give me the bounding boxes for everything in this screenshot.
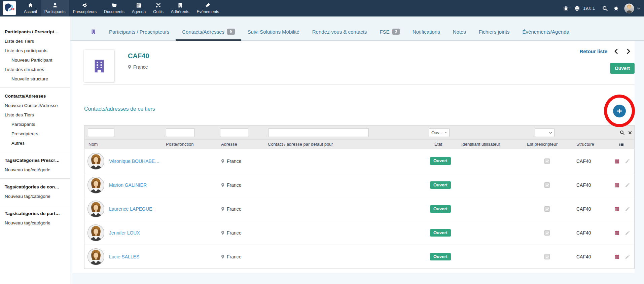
edit-pencil-icon[interactable]: [625, 230, 630, 236]
tab[interactable]: Rendez-vous & contacts: [306, 23, 373, 40]
column-header-structure[interactable]: Structure: [569, 142, 609, 147]
calendar-action-icon[interactable]: [614, 206, 620, 212]
record-tabbar: Participants / Prescripteurs Contacts/Ad…: [70, 16, 644, 41]
contact-name-link[interactable]: Véronique BOUHABE…: [109, 158, 159, 164]
filter-adresse-input[interactable]: [220, 128, 248, 137]
column-header-adresse[interactable]: Adresse: [219, 142, 268, 147]
search-icon[interactable]: [602, 5, 608, 11]
table-row[interactable]: Laurence LAPEGUE France Ouvert: [84, 197, 634, 221]
menu-item[interactable]: Accueil: [20, 0, 41, 16]
column-header-nom[interactable]: Nom: [84, 142, 165, 147]
debug-bug-icon[interactable]: [563, 5, 569, 11]
est-prescripteur-checkbox[interactable]: [544, 254, 550, 259]
calendar-action-icon[interactable]: [614, 230, 620, 236]
contact-name-link[interactable]: Lucie SALLES: [109, 254, 139, 259]
tab[interactable]: FSE 3: [373, 23, 406, 40]
list-icon: [619, 142, 624, 147]
filter-search-icon[interactable]: [619, 130, 625, 135]
column-header-options[interactable]: [609, 141, 635, 147]
calendar-action-icon[interactable]: [614, 254, 620, 259]
favorites-star-icon[interactable]: [613, 5, 619, 11]
address-text: France: [227, 254, 242, 259]
tab[interactable]: [84, 23, 103, 40]
caret-down-icon: [444, 131, 448, 134]
tab[interactable]: Notes: [446, 23, 472, 40]
menu-item[interactable]: Evènements: [193, 0, 223, 16]
menu-item-icon: [28, 2, 33, 8]
edit-pencil-icon[interactable]: [625, 158, 630, 164]
table-header-row: Nom Poste/fonction Adresse Contact / adr…: [84, 140, 634, 149]
chevron-right-icon[interactable]: [625, 48, 632, 55]
sidebar-entry[interactable]: Liste des participants: [0, 46, 70, 56]
table-row[interactable]: Lucie SALLES France Ouvert: [84, 245, 634, 269]
filter-poste-input[interactable]: [166, 128, 194, 137]
filter-clear-x-icon[interactable]: [628, 131, 632, 135]
status-ouvert-button[interactable]: Ouvert: [610, 63, 635, 74]
table-row[interactable]: Véronique BOUHABE… France Ouvert: [84, 149, 634, 173]
filter-contact-defaut-input[interactable]: [268, 128, 369, 137]
actions-cell: [609, 230, 635, 236]
sidebar-entry[interactable]: Nouveau Contact/Adresse: [0, 101, 70, 110]
edit-pencil-icon[interactable]: [625, 254, 630, 259]
sidebar-entry[interactable]: Nouveau tag/catégorie: [0, 218, 70, 228]
sidebar-entry[interactable]: Participants: [0, 120, 70, 129]
sidebar-entry[interactable]: Liste des Tiers: [0, 37, 70, 46]
menu-item[interactable]: Documents: [100, 0, 128, 16]
calendar-action-icon[interactable]: [614, 182, 620, 188]
sidebar-entry[interactable]: Liste des Tiers: [0, 110, 70, 120]
tab[interactable]: Suivi Solutions Mobilité: [241, 23, 306, 40]
menu-item[interactable]: Agenda: [128, 0, 149, 16]
sidebar-entry[interactable]: Prescripteurs: [0, 129, 70, 139]
chevron-left-icon[interactable]: [613, 48, 619, 55]
record-title: CAF40: [128, 52, 149, 60]
user-avatar[interactable]: [624, 3, 634, 13]
sidebar-entry[interactable]: Autres: [0, 139, 70, 148]
tab[interactable]: Fichiers joints: [472, 23, 516, 40]
filter-prescripteur-select[interactable]: [535, 128, 554, 137]
tab-label: Fichiers joints: [479, 29, 510, 35]
menu-item-label: Participants: [44, 9, 66, 14]
back-to-list-link[interactable]: Retour liste: [579, 48, 607, 54]
est-prescripteur-checkbox[interactable]: [544, 158, 550, 164]
sidebar-entry[interactable]: Nouveau tag/catégorie: [0, 165, 70, 175]
filter-etat-select[interactable]: Ouv…: [429, 128, 450, 137]
user-menu-chevron-down-icon[interactable]: [637, 6, 641, 10]
est-prescripteur-checkbox[interactable]: [544, 230, 550, 236]
add-contact-button[interactable]: [613, 105, 626, 117]
sidebar-entry[interactable]: Nouveau Participant: [0, 56, 70, 65]
est-prescripteur-checkbox[interactable]: [544, 182, 550, 188]
filter-nom-input[interactable]: [88, 128, 114, 137]
menu-item[interactable]: Participants: [41, 0, 69, 16]
tab[interactable]: Participants / Prescripteurs: [103, 23, 176, 40]
sidebar-entry: Contacts/Adresses: [0, 92, 70, 101]
sidebar-entry[interactable]: Liste des structures: [0, 65, 70, 74]
sidebar-entry[interactable]: Nouveau tag/catégorie: [0, 192, 70, 201]
edit-pencil-icon[interactable]: [625, 182, 630, 188]
location-pin-icon: [220, 207, 225, 211]
column-header-identifiant[interactable]: Identifiant utilisateur: [458, 142, 525, 147]
app-logo[interactable]: [3, 1, 16, 15]
table-row[interactable]: Jennifer LOUX France Ouvert: [84, 221, 634, 245]
menu-item[interactable]: Outils: [149, 0, 167, 16]
contact-name-link[interactable]: Jennifer LOUX: [109, 230, 140, 236]
calendar-action-icon[interactable]: [614, 158, 620, 164]
menu-item[interactable]: Prescripteurs: [69, 0, 100, 16]
est-prescripteur-checkbox[interactable]: [544, 206, 550, 212]
sidebar-entry[interactable]: Nouvelle structure: [0, 74, 70, 84]
actions-cell: [609, 206, 635, 212]
column-header-contact-defaut[interactable]: Contact / adresse par défaut pour: [268, 142, 428, 147]
column-header-poste[interactable]: Poste/fonction: [165, 142, 219, 147]
menu-item[interactable]: Adhérents: [167, 0, 193, 16]
contact-name-link[interactable]: Marion GALINIER: [109, 182, 147, 188]
contact-name-link[interactable]: Laurence LAPEGUE: [109, 206, 152, 212]
edit-pencil-icon[interactable]: [625, 206, 630, 212]
tab[interactable]: Événements/Agenda: [516, 23, 576, 40]
actions-cell: [609, 182, 635, 188]
tab[interactable]: Notifications: [406, 23, 446, 40]
print-icon[interactable]: [574, 5, 580, 11]
column-header-etat[interactable]: État: [428, 142, 458, 147]
column-header-est-prescripteur[interactable]: Est prescripteur: [525, 142, 569, 147]
tab[interactable]: Contacts/Adresses 5: [176, 23, 241, 40]
status-badge: Ouvert: [430, 229, 451, 237]
table-row[interactable]: Marion GALINIER France Ouvert: [84, 173, 634, 197]
